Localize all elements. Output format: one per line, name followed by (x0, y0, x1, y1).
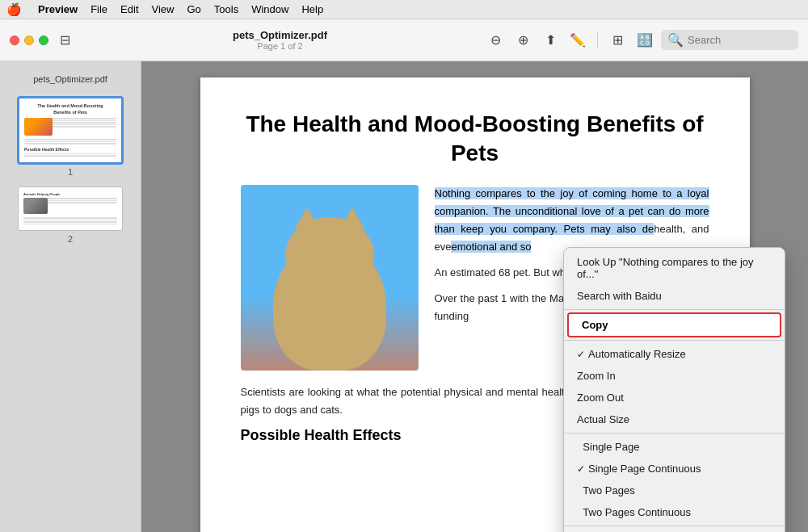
thumb-line (24, 139, 116, 140)
thumb-cat2-image (23, 198, 48, 214)
sidebar: pets_Optimizer.pdf The Health and Mood-B… (0, 61, 141, 532)
thumb-content-1 (24, 118, 116, 136)
ctx-copy-label: Copy (582, 319, 608, 331)
thumb-line (24, 141, 116, 143)
ctx-check-single (577, 442, 579, 453)
pdf-area: The Health and Mood-Boosting Benefits of… (141, 61, 808, 532)
ctx-zoom-in-label: Zoom In (577, 370, 616, 382)
thumb-content-2: Animals Helping People (23, 192, 117, 215)
thumb-line (24, 143, 116, 145)
sidebar-toggle-button[interactable]: ⊟ (53, 29, 76, 52)
page-number-1: 1 (68, 167, 73, 177)
thumbnail-page-1[interactable]: The Health and Mood-BoostingBenefits of … (18, 97, 123, 164)
thumb-line (23, 221, 117, 223)
annotate-button[interactable]: ✏️ (566, 29, 589, 52)
minimize-button[interactable] (24, 36, 34, 45)
menu-window[interactable]: Window (251, 3, 288, 15)
pdf-title: The Health and Mood-Boosting Benefits of… (241, 110, 709, 169)
ctx-sep-3 (564, 433, 785, 434)
ctx-zoom-out-label: Zoom Out (577, 392, 624, 404)
apple-menu[interactable]: 🍎 (6, 2, 22, 17)
thumb-line (24, 155, 116, 157)
ctx-single-page-continuous[interactable]: ✓ Single Page Continuous (564, 458, 785, 480)
search-icon: 🔍 (667, 32, 684, 48)
ctx-zoom-in[interactable]: Zoom In (564, 365, 785, 387)
menu-help[interactable]: Help (301, 3, 323, 15)
markup-button[interactable]: 🔠 (633, 29, 656, 52)
cat-image (241, 185, 419, 371)
ctx-check-two-pages (577, 485, 579, 496)
expand-button[interactable]: ⊞ (606, 29, 629, 52)
ctx-single-page[interactable]: Single Page (564, 436, 785, 458)
cat-body (273, 241, 386, 371)
ctx-auto-resize-label: Automatically Resize (588, 348, 772, 360)
thumb-line (23, 224, 117, 225)
menubar: 🍎 Preview File Edit View Go Tools Window… (0, 0, 808, 19)
toolbar: ⊟ pets_Optimizer.pdf Page 1 of 2 ⊖ ⊕ ⬆ ✏… (0, 19, 808, 61)
highlighted-text: Nothing compares to the joy of coming ho… (435, 187, 709, 235)
ctx-two-pages-label: Two Pages (583, 484, 772, 496)
ctx-single-page-continuous-label: Single Page Continuous (588, 463, 772, 475)
thumb-title-1: The Health and Mood-BoostingBenefits of … (24, 103, 116, 115)
page-number-2: 2 (68, 234, 73, 244)
menu-go[interactable]: Go (187, 3, 200, 15)
toolbar-center: pets_Optimizer.pdf Page 1 of 2 (82, 29, 478, 51)
zoom-out-button[interactable]: ⊖ (484, 29, 507, 52)
toolbar-left: ⊟ (10, 29, 76, 52)
thumb-subtitle: Possible Health Effects (24, 147, 116, 153)
ctx-single-page-label: Single Page (583, 441, 772, 453)
ctx-sep-1 (564, 309, 785, 310)
pdf-paragraph-highlighted: Nothing compares to the joy of coming ho… (435, 185, 709, 256)
maximize-button[interactable] (39, 36, 48, 45)
toolbar-divider (597, 32, 598, 48)
ctx-next-page[interactable]: Next Page (564, 529, 785, 532)
ctx-sep-4 (564, 526, 785, 526)
ctx-check-auto-resize: ✓ (577, 349, 585, 360)
share-button[interactable]: ⬆ (539, 29, 562, 52)
search-input[interactable] (688, 34, 793, 46)
ctx-zoom-out[interactable]: Zoom Out (564, 387, 785, 408)
document-title: pets_Optimizer.pdf (233, 29, 327, 41)
zoom-in-button[interactable]: ⊕ (511, 29, 534, 52)
traffic-lights (10, 36, 48, 45)
menu-preview[interactable]: Preview (38, 3, 78, 15)
ctx-lookup[interactable]: Look Up "Nothing compares to the joy of.… (564, 251, 785, 285)
ctx-check-spc: ✓ (577, 463, 585, 475)
thumb-line (23, 220, 117, 221)
ctx-sep-2 (564, 340, 785, 341)
main-area: pets_Optimizer.pdf The Health and Mood-B… (0, 61, 808, 532)
search-box[interactable]: 🔍 (661, 30, 798, 50)
menu-file[interactable]: File (90, 3, 107, 15)
close-button[interactable] (10, 36, 19, 45)
highlighted-text-2: emotional and so (451, 241, 531, 253)
ctx-two-pages-continuous-label: Two Pages Continuous (583, 506, 772, 518)
ctx-search-baidu-label: Search with Baidu (577, 290, 662, 302)
ctx-check-tpc (577, 507, 579, 518)
ctx-two-pages-continuous[interactable]: Two Pages Continuous (564, 501, 785, 523)
thumbnail-page-2[interactable]: Animals Helping People (18, 186, 123, 232)
thumbnail-2-container[interactable]: Animals Helping People 2 (18, 186, 123, 245)
toolbar-right: ⊖ ⊕ ⬆ ✏️ ⊞ 🔠 🔍 (484, 29, 798, 52)
ctx-lookup-label: Look Up "Nothing compares to the joy of.… (577, 256, 772, 280)
menu-view[interactable]: View (152, 3, 175, 15)
thumb-cat-image (24, 118, 53, 136)
ctx-actual-size-label: Actual Size (577, 413, 629, 425)
menu-edit[interactable]: Edit (120, 3, 138, 15)
sidebar-filename: pets_Optimizer.pdf (27, 71, 114, 87)
page-info: Page 1 of 2 (257, 41, 302, 51)
ctx-auto-resize[interactable]: ✓ Automatically Resize (564, 343, 785, 365)
ctx-copy[interactable]: Copy (567, 312, 781, 337)
thumbnail-1-container[interactable]: The Health and Mood-BoostingBenefits of … (18, 97, 123, 177)
context-menu: Look Up "Nothing compares to the joy of.… (563, 247, 785, 532)
ctx-actual-size[interactable]: Actual Size (564, 408, 785, 430)
menu-tools[interactable]: Tools (214, 3, 238, 15)
thumb-line (23, 217, 117, 219)
thumb-line (24, 153, 116, 155)
ctx-two-pages[interactable]: Two Pages (564, 480, 785, 501)
ctx-search-baidu[interactable]: Search with Baidu (564, 285, 785, 307)
